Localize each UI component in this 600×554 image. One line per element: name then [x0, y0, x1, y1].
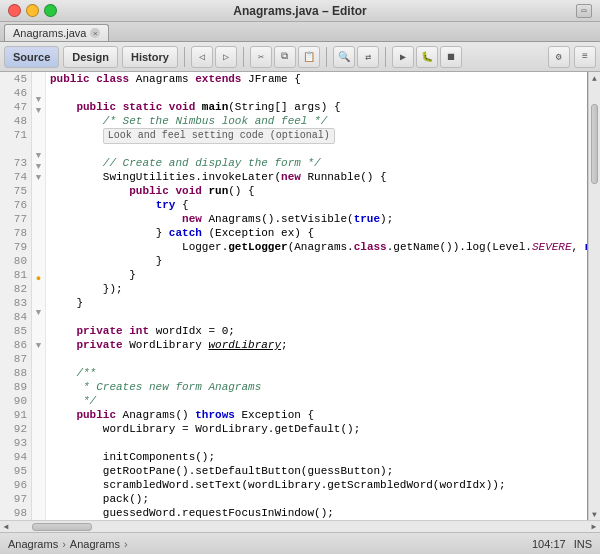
code-line-82: }); [50, 282, 588, 296]
fold-marker-75[interactable]: ▼ [32, 162, 45, 173]
code-line-91: public Anagrams() throws Exception { [50, 408, 588, 422]
window-controls[interactable] [8, 4, 57, 17]
window-title: Anagrams.java – Editor [233, 4, 366, 18]
fold-marker-77 [32, 184, 45, 195]
tab-design[interactable]: Design [63, 46, 118, 68]
status-right: 104:17 INS [532, 538, 592, 550]
code-line-76: try { [50, 198, 588, 212]
fold-marker-96 [32, 397, 45, 408]
toolbar-separator-4 [385, 47, 386, 67]
settings-icon[interactable]: ⚙ [548, 46, 570, 68]
fold-marker-71 [32, 117, 45, 128]
scroll-thumb[interactable] [591, 104, 598, 184]
scrollbar-horizontal[interactable]: ◀ ▶ [0, 520, 600, 532]
fold-marker-99 [32, 431, 45, 442]
fold-marker-79 [32, 206, 45, 217]
scroll-up-arrow[interactable]: ▲ [589, 72, 600, 84]
code-line-81: } [50, 268, 588, 282]
status-bar: Anagrams › Anagrams › 104:17 INS [0, 532, 600, 554]
code-line-46 [50, 86, 588, 100]
fold-marker-48[interactable]: ▼ [32, 106, 45, 117]
fold-marker-93 [32, 363, 45, 374]
fold-marker-45[interactable] [32, 72, 45, 83]
code-line-90: */ [50, 394, 588, 408]
fold-marker-73 [32, 139, 45, 150]
paste-icon[interactable]: 📋 [298, 46, 320, 68]
back-icon[interactable]: ◁ [191, 46, 213, 68]
tab-source[interactable]: Source [4, 46, 59, 68]
fold-marker-95 [32, 386, 45, 397]
toolbar-separator-2 [243, 47, 244, 67]
scroll-h-thumb[interactable] [32, 523, 92, 531]
stop-icon[interactable]: ⏹ [440, 46, 462, 68]
fold-marker-94 [32, 374, 45, 385]
breadcrumb-item-2[interactable]: Anagrams [70, 538, 120, 550]
gutter: ▼ ▼ ▼ ▼ ▼ ● ▼ [32, 72, 46, 520]
replace-icon[interactable]: ⇄ [357, 46, 379, 68]
fold-marker-76[interactable]: ▼ [32, 173, 45, 184]
code-line-71-collapsed[interactable]: Look and feel setting code (optional) [50, 128, 588, 142]
fold-marker-102 [32, 464, 45, 475]
breadcrumb: Anagrams › Anagrams › [8, 538, 524, 550]
breadcrumb-chevron: › [62, 538, 66, 550]
code-line-73: // Create and display the form */ [50, 156, 588, 170]
menu-icon[interactable]: ≡ [574, 46, 596, 68]
fold-marker-98 [32, 419, 45, 430]
code-line-92: wordLibrary = WordLibrary.getDefault(); [50, 422, 588, 436]
toolbar-group-search: 🔍 ⇄ [333, 46, 379, 68]
insert-mode: INS [574, 538, 592, 550]
code-line-94: initComponents(); [50, 450, 588, 464]
tab-history[interactable]: History [122, 46, 178, 68]
toolbar-separator-1 [184, 47, 185, 67]
breadcrumb-item-1[interactable]: Anagrams [8, 538, 58, 550]
fold-marker-85: ● [32, 274, 45, 285]
copy-icon[interactable]: ⧉ [274, 46, 296, 68]
code-line-84 [50, 310, 588, 324]
fold-marker-100 [32, 442, 45, 453]
scroll-right-arrow[interactable]: ▶ [588, 522, 600, 531]
run-icon[interactable]: ▶ [392, 46, 414, 68]
fold-marker-97 [32, 408, 45, 419]
code-line-89: * Creates new form Anagrams [50, 380, 588, 394]
fold-marker-84 [32, 262, 45, 273]
fold-marker-80 [32, 218, 45, 229]
line-numbers: 45 46 47 48 71 73 74 75 76 77 78 79 80 8… [0, 72, 32, 520]
file-tab[interactable]: Anagrams.java × [4, 24, 109, 41]
fold-marker-46 [32, 83, 45, 94]
resize-btn[interactable]: ▭ [576, 4, 592, 18]
fold-marker-78 [32, 195, 45, 206]
close-button[interactable] [8, 4, 21, 17]
code-line-98: guessedWord.requestFocusInWindow(); [50, 506, 588, 520]
toolbar: Source Design History ◁ ▷ ✂ ⧉ 📋 🔍 ⇄ ▶ 🐛 … [0, 42, 600, 72]
window: Anagrams.java – Editor ▭ Anagrams.java ×… [0, 0, 600, 554]
toolbar-separator-3 [326, 47, 327, 67]
code-line-72 [50, 142, 588, 156]
code-line-88: /** [50, 366, 588, 380]
fold-marker-74[interactable]: ▼ [32, 150, 45, 161]
code-line-83: } [50, 296, 588, 310]
window-right-controls[interactable]: ▭ [576, 4, 592, 18]
fold-marker-103 [32, 475, 45, 486]
scrollbar-vertical[interactable]: ▲ ▼ [588, 72, 600, 520]
code-line-96: scrambledWord.setText(wordLibrary.getScr… [50, 478, 588, 492]
code-line-95: getRootPane().setDefaultButton(guessButt… [50, 464, 588, 478]
debug-icon[interactable]: 🐛 [416, 46, 438, 68]
editor-container: 45 46 47 48 71 73 74 75 76 77 78 79 80 8… [0, 72, 600, 532]
fold-marker-89 [32, 318, 45, 329]
cut-icon[interactable]: ✂ [250, 46, 272, 68]
toolbar-group-run: ▶ 🐛 ⏹ [392, 46, 462, 68]
fold-marker-91[interactable]: ▼ [32, 341, 45, 352]
fold-marker-47[interactable]: ▼ [32, 94, 45, 105]
fold-marker-82 [32, 240, 45, 251]
forward-icon[interactable]: ▷ [215, 46, 237, 68]
find-icon[interactable]: 🔍 [333, 46, 355, 68]
code-area[interactable]: public class Anagrams extends JFrame { p… [46, 72, 588, 520]
fold-marker-88[interactable]: ▼ [32, 307, 45, 318]
minimize-button[interactable] [26, 4, 39, 17]
scroll-left-arrow[interactable]: ◀ [0, 522, 12, 531]
code-line-97: pack(); [50, 492, 588, 506]
code-line-75: public void run() { [50, 184, 588, 198]
maximize-button[interactable] [44, 4, 57, 17]
scroll-down-arrow[interactable]: ▼ [589, 508, 600, 520]
file-tab-close-button[interactable]: × [90, 28, 100, 38]
